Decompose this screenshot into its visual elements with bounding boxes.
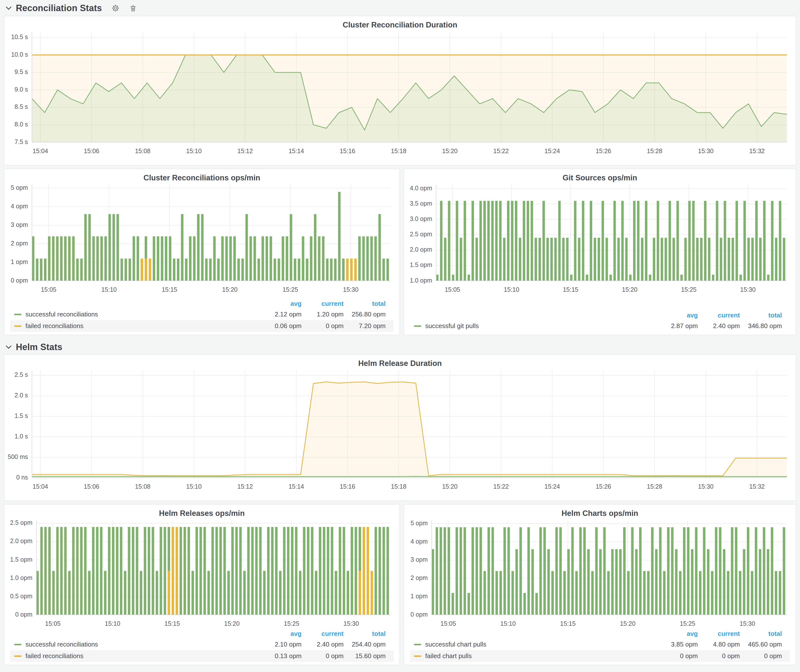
svg-text:15:22: 15:22 (493, 147, 509, 154)
series-color-dash (14, 655, 21, 657)
legend-row: failed reconciliations 0.13 opm 0 opm 15… (10, 650, 394, 662)
legend-avg: 0.13 opm (259, 652, 302, 660)
legend: avg current total successful reconciliat… (10, 629, 394, 662)
legend: avg current total successful chart pulls… (410, 629, 790, 662)
svg-text:15:30: 15:30 (343, 286, 358, 293)
svg-text:15:10: 15:10 (186, 483, 202, 490)
chart-canvas[interactable]: 7.5 s8.0 s8.5 s9.0 s9.5 s10.0 s10.5 s15:… (4, 16, 796, 165)
svg-text:5 opm: 5 opm (11, 184, 28, 191)
svg-text:15:06: 15:06 (84, 147, 99, 154)
panel-helm-release-duration: Helm Release Duration 0 ns500 ms1.0 s1.5… (4, 354, 796, 501)
legend-col-total[interactable]: total (740, 312, 782, 319)
legend-label[interactable]: successful reconciliations (26, 310, 259, 318)
legend-col-avg[interactable]: avg (656, 630, 698, 638)
panel-title[interactable]: Helm Releases ops/min (4, 509, 400, 518)
svg-text:1.0 s: 1.0 s (14, 433, 28, 440)
panel-title[interactable]: Git Sources ops/min (404, 173, 796, 182)
svg-text:2.0 opm: 2.0 opm (10, 538, 32, 544)
legend-col-current[interactable]: current (698, 630, 740, 638)
legend-label[interactable]: failed reconciliations (26, 652, 259, 660)
svg-text:15:20: 15:20 (442, 147, 458, 154)
series-color-dash (414, 325, 421, 327)
svg-text:15:22: 15:22 (493, 483, 509, 490)
legend: avg current total successful git pulls 2… (410, 310, 790, 332)
svg-text:1 opm: 1 opm (411, 593, 428, 600)
trash-icon[interactable] (129, 4, 137, 12)
legend-col-avg[interactable]: avg (259, 300, 302, 307)
svg-text:15:08: 15:08 (135, 483, 150, 490)
svg-text:15:20: 15:20 (442, 483, 458, 490)
svg-text:15:30: 15:30 (698, 147, 714, 154)
svg-text:1.5 opm: 1.5 opm (410, 261, 432, 268)
legend-label[interactable]: failed reconciliations (26, 322, 259, 330)
gear-icon[interactable] (111, 4, 120, 12)
svg-text:15:10: 15:10 (504, 286, 520, 293)
svg-text:15:24: 15:24 (544, 147, 560, 154)
svg-text:9.0 s: 9.0 s (14, 86, 28, 93)
svg-text:15:10: 15:10 (186, 147, 202, 154)
legend-total: 346.80 opm (740, 322, 782, 330)
legend-label[interactable]: successful git pulls (425, 322, 656, 330)
legend-label[interactable]: successful chart pulls (425, 641, 656, 648)
chevron-down-icon[interactable] (5, 6, 12, 10)
legend-total: 465.60 opm (740, 641, 782, 648)
legend-label[interactable]: successful reconciliations (26, 641, 259, 648)
svg-text:15:04: 15:04 (33, 147, 48, 154)
legend-col-current[interactable]: current (302, 300, 344, 307)
legend-current: 1.20 opm (302, 310, 344, 318)
chart-canvas[interactable]: 1.0 opm1.5 opm2.0 opm2.5 opm3.0 opm3.5 o… (404, 169, 796, 335)
legend-total: 15.60 opm (344, 652, 386, 660)
svg-text:15:05: 15:05 (41, 286, 56, 293)
svg-text:1.0 opm: 1.0 opm (410, 277, 432, 284)
legend-col-avg[interactable]: avg (656, 312, 698, 319)
svg-text:0 ns: 0 ns (16, 474, 28, 481)
svg-text:5 opm: 5 opm (411, 520, 428, 526)
legend-avg: 2.12 opm (259, 310, 302, 318)
svg-text:3 opm: 3 opm (411, 556, 428, 563)
svg-text:15:32: 15:32 (749, 147, 765, 154)
legend-avg: 0.06 opm (259, 322, 302, 330)
series-color-dash (14, 644, 21, 645)
svg-text:15:20: 15:20 (222, 286, 238, 293)
chart-canvas[interactable]: 0 ns500 ms1.0 s1.5 s2.0 s2.5 s15:0415:06… (4, 355, 796, 501)
panel-title[interactable]: Cluster Reconciliations ops/min (4, 173, 400, 182)
legend-col-current[interactable]: current (698, 312, 740, 319)
svg-text:0 opm: 0 opm (15, 611, 32, 618)
legend-row: successful reconciliations 2.12 opm 1.20… (10, 309, 394, 320)
svg-text:9.5 s: 9.5 s (14, 68, 28, 75)
legend-avg: 2.10 opm (259, 641, 302, 648)
svg-text:15:05: 15:05 (445, 286, 460, 293)
svg-text:500 ms: 500 ms (8, 453, 28, 460)
svg-text:3.0 opm: 3.0 opm (410, 215, 432, 222)
svg-text:3 opm: 3 opm (11, 221, 28, 228)
svg-text:15:26: 15:26 (596, 147, 611, 154)
svg-text:1 opm: 1 opm (11, 258, 28, 265)
panel-title[interactable]: Cluster Reconciliation Duration (4, 21, 796, 29)
panel-git-sources-ops: Git Sources ops/min 1.0 opm1.5 opm2.0 op… (404, 169, 796, 335)
svg-text:15:25: 15:25 (681, 286, 697, 293)
legend-total: 0 opm (740, 652, 782, 660)
legend-col-total[interactable]: total (740, 630, 782, 638)
legend-col-current[interactable]: current (302, 630, 344, 638)
svg-text:15:15: 15:15 (560, 620, 576, 627)
svg-text:15:08: 15:08 (135, 147, 150, 154)
section-header-reconciliation[interactable]: Reconciliation Stats (4, 0, 796, 15)
chevron-down-icon[interactable] (5, 345, 12, 349)
legend-current: 2.40 opm (698, 322, 740, 330)
svg-text:15:14: 15:14 (288, 483, 304, 490)
panel-title[interactable]: Helm Release Duration (4, 359, 796, 368)
svg-text:15:12: 15:12 (237, 147, 253, 154)
legend-col-total[interactable]: total (344, 300, 386, 307)
svg-text:15:25: 15:25 (680, 620, 695, 627)
svg-text:15:15: 15:15 (165, 620, 180, 627)
legend-col-avg[interactable]: avg (259, 630, 302, 638)
legend-label[interactable]: failed chart pulls (425, 652, 656, 660)
series-color-dash (14, 314, 21, 315)
legend-col-total[interactable]: total (344, 630, 386, 638)
svg-text:15:10: 15:10 (101, 286, 117, 293)
section-header-helm[interactable]: Helm Stats (4, 339, 796, 354)
svg-text:4 opm: 4 opm (411, 538, 428, 545)
panel-title[interactable]: Helm Charts ops/min (404, 509, 796, 518)
svg-text:1.5 s: 1.5 s (14, 412, 28, 419)
svg-text:15:28: 15:28 (647, 483, 662, 490)
